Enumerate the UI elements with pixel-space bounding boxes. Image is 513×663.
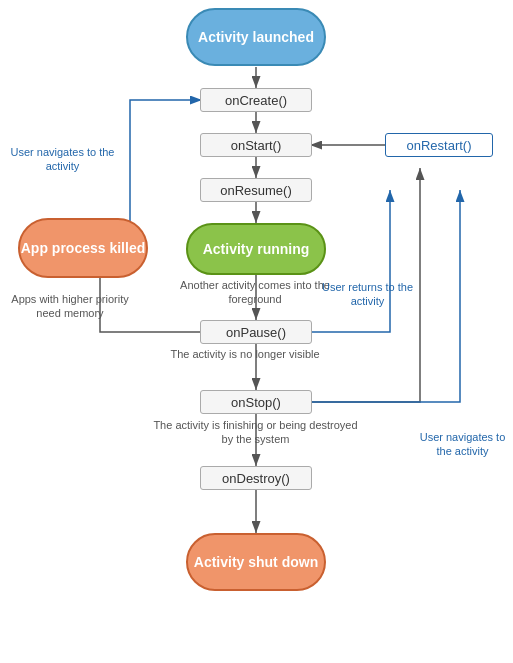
on-destroy-node: onDestroy() — [200, 466, 312, 490]
on-destroy-label: onDestroy() — [222, 471, 290, 486]
another-activity-label: Another activity comes into the foregrou… — [165, 278, 345, 307]
on-start-node: onStart() — [200, 133, 312, 157]
activity-launched-label: Activity launched — [198, 28, 314, 46]
activity-running-label: Activity running — [203, 240, 310, 258]
user-navigates-left-label: User navigates to the activity — [5, 145, 120, 174]
app-process-killed-node: App process killed — [18, 218, 148, 278]
activity-lifecycle-diagram: Activity launched onCreate() onStart() o… — [0, 0, 513, 663]
on-create-label: onCreate() — [225, 93, 287, 108]
user-navigates-right-label: User navigates to the activity — [415, 430, 510, 459]
on-resume-label: onResume() — [220, 183, 292, 198]
activity-launched-node: Activity launched — [186, 8, 326, 66]
activity-running-node: Activity running — [186, 223, 326, 275]
on-restart-node: onRestart() — [385, 133, 493, 157]
on-restart-label: onRestart() — [406, 138, 471, 153]
on-create-node: onCreate() — [200, 88, 312, 112]
finishing-or-destroyed-label: The activity is finishing or being destr… — [148, 418, 363, 447]
on-pause-node: onPause() — [200, 320, 312, 344]
apps-higher-priority-label: Apps with higher priority need memory — [5, 292, 135, 321]
on-stop-node: onStop() — [200, 390, 312, 414]
on-resume-node: onResume() — [200, 178, 312, 202]
app-process-killed-label: App process killed — [21, 239, 145, 257]
activity-shut-down-label: Activity shut down — [194, 553, 318, 571]
user-returns-label: User returns to the activity — [320, 280, 415, 309]
no-longer-visible-label: The activity is no longer visible — [165, 347, 325, 361]
on-start-label: onStart() — [231, 138, 282, 153]
on-stop-label: onStop() — [231, 395, 281, 410]
on-pause-label: onPause() — [226, 325, 286, 340]
activity-shut-down-node: Activity shut down — [186, 533, 326, 591]
